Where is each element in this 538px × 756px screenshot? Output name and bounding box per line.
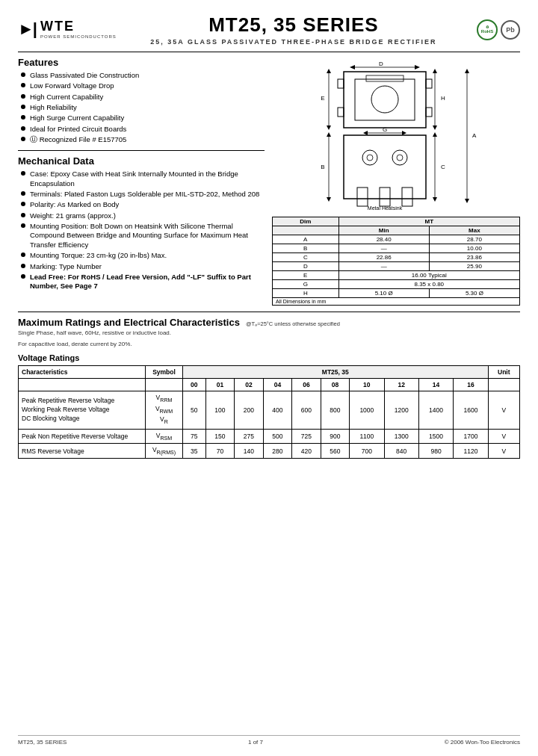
mechanical-list: Case: Epoxy Case with Heat Sink Internal… bbox=[18, 170, 265, 291]
svg-text:B: B bbox=[321, 164, 324, 170]
main-title: MT25, 35 SERIES bbox=[117, 13, 471, 37]
dim-row-d: D—25.90 bbox=[273, 262, 520, 271]
svg-rect-0 bbox=[344, 72, 426, 128]
section-divider-2 bbox=[18, 312, 520, 312]
svg-marker-13 bbox=[433, 69, 437, 73]
footer-right: © 2006 Won-Too Electronics bbox=[445, 739, 520, 746]
feature-item-5: High Surge Current Capability bbox=[21, 114, 265, 123]
svg-marker-22 bbox=[465, 199, 469, 203]
svg-rect-5 bbox=[338, 108, 344, 117]
page-footer: MT25, 35 SERIES 1 of 7 © 2006 Won-Too El… bbox=[18, 735, 520, 746]
mechanical-section: Mechanical Data Case: Epoxy Case with He… bbox=[18, 155, 265, 291]
bullet-icon bbox=[21, 252, 25, 257]
dim-row-b: B—10.00 bbox=[273, 244, 520, 253]
bullet-icon bbox=[21, 94, 25, 99]
char-header: Characteristics bbox=[19, 366, 146, 379]
min-header: Min bbox=[338, 226, 429, 235]
bullet-icon bbox=[21, 223, 25, 228]
svg-marker-18 bbox=[327, 126, 331, 130]
svg-text:D: D bbox=[379, 61, 383, 67]
bullet-icon bbox=[21, 137, 25, 141]
table-row: Peak Repetitive Reverse VoltageWorking P… bbox=[19, 391, 520, 430]
bullet-icon bbox=[21, 72, 25, 77]
bullet-icon bbox=[21, 191, 25, 196]
svg-point-28 bbox=[362, 150, 377, 165]
title-area: MT25, 35 SERIES 25, 35A GLASS PASSIVATED… bbox=[117, 13, 471, 46]
svg-marker-21 bbox=[465, 69, 469, 73]
logo-text: WTE POWER SEMICONDUCTORS bbox=[40, 19, 117, 39]
features-section: Features Glass Passivated Die Constructi… bbox=[18, 57, 520, 306]
feature-item-2: Low Forward Voltage Drop bbox=[21, 81, 265, 90]
bullet-icon bbox=[21, 115, 25, 120]
max-ratings-sub1: Single Phase, half wave, 60Hz, resistive… bbox=[18, 329, 520, 336]
ver-08: 08 bbox=[321, 379, 350, 391]
feature-item-4: High Reliability bbox=[21, 103, 265, 112]
voltage-ratings-title: Voltage Ratings bbox=[18, 353, 520, 362]
svg-marker-14 bbox=[433, 126, 437, 130]
features-right: D H E A bbox=[272, 57, 520, 306]
svg-text:Metal Heatsink: Metal Heatsink bbox=[368, 205, 403, 211]
dim-row-e: E16.00 Typical bbox=[273, 271, 520, 280]
ver-01: 01 bbox=[205, 379, 235, 391]
footer-left: MT25, 35 SERIES bbox=[18, 739, 67, 746]
dim-row-h: H5.10 Ø5.30 Ø bbox=[273, 289, 520, 298]
svg-text:C: C bbox=[441, 164, 445, 170]
bullet-icon bbox=[21, 274, 25, 279]
feature-item-6: Ideal for Printed Circuit Boards bbox=[21, 125, 265, 134]
feature-item-7: Ⓤ Recognized File # E157705 bbox=[21, 135, 265, 144]
svg-marker-17 bbox=[327, 69, 331, 73]
svg-rect-24 bbox=[344, 135, 426, 199]
table-row: Peak Non Repetitive Reverse Voltage VRSM… bbox=[19, 429, 520, 444]
svg-marker-41 bbox=[433, 132, 437, 137]
max-ratings-title: Maximum Ratings and Electrical Character… bbox=[18, 317, 240, 328]
max-ratings-header: Maximum Ratings and Electrical Character… bbox=[18, 317, 520, 328]
svg-text:G: G bbox=[383, 126, 387, 133]
svg-rect-25 bbox=[357, 188, 368, 206]
svg-marker-37 bbox=[327, 132, 331, 137]
bullet-icon bbox=[21, 105, 25, 109]
bullet-icon bbox=[21, 264, 25, 268]
bullet-icon bbox=[21, 171, 25, 176]
bullet-icon bbox=[21, 126, 25, 131]
mechanical-title: Mechanical Data bbox=[18, 155, 265, 167]
svg-rect-3 bbox=[366, 75, 404, 81]
mech-item-1: Case: Epoxy Case with Heat Sink Internal… bbox=[21, 170, 265, 188]
svg-rect-4 bbox=[338, 79, 344, 88]
footer-center: 1 of 7 bbox=[248, 739, 263, 746]
mech-item-8: Lead Free: For RoHS / Lead Free Version,… bbox=[21, 273, 265, 291]
mt-header: MT bbox=[338, 217, 519, 226]
svg-point-29 bbox=[367, 155, 373, 161]
dim-row-a: A28.4028.70 bbox=[273, 235, 520, 244]
page-header: ►| WTE POWER SEMICONDUCTORS MT25, 35 SER… bbox=[18, 13, 520, 46]
features-title: Features bbox=[18, 57, 265, 68]
dim-row-c: C22.8623.86 bbox=[273, 253, 520, 262]
voltage-ratings-table: Characteristics Symbol MT25, 35 Unit 00 … bbox=[18, 365, 520, 459]
mech-item-2: Terminals: Plated Faston Lugs Solderable… bbox=[21, 190, 265, 199]
mech-item-5: Mounting Position: Bolt Down on Heatsink… bbox=[21, 222, 265, 250]
svg-marker-33 bbox=[363, 131, 368, 135]
logo-wte: WTE bbox=[40, 19, 117, 34]
svg-marker-9 bbox=[350, 65, 355, 69]
max-ratings-note: @Tₐ=25°C unless otherwise specified bbox=[246, 320, 340, 327]
feature-item-3: High Current Capability bbox=[21, 93, 265, 102]
ver-04: 04 bbox=[263, 379, 292, 391]
dim-col-header: Dim bbox=[273, 217, 339, 226]
features-list: Glass Passivated Die Construction Low Fo… bbox=[18, 71, 265, 144]
dim-row-g: G8.35 x 0.80 bbox=[273, 280, 520, 289]
pb-badge: Pb bbox=[501, 20, 520, 40]
logo-sub: POWER SEMICONDUCTORS bbox=[40, 34, 117, 40]
bullet-icon bbox=[21, 213, 25, 217]
ver-06: 06 bbox=[292, 379, 321, 391]
mech-item-4: Weight: 21 grams (approx.) bbox=[21, 211, 265, 220]
svg-rect-6 bbox=[426, 79, 432, 88]
feature-item-1: Glass Passivated Die Construction bbox=[21, 71, 265, 80]
max-header: Max bbox=[429, 226, 519, 235]
svg-point-2 bbox=[371, 86, 398, 113]
svg-text:A: A bbox=[472, 132, 477, 139]
svg-rect-26 bbox=[380, 188, 390, 206]
mech-item-7: Marking: Type Number bbox=[21, 262, 265, 271]
ver-02: 02 bbox=[235, 379, 264, 391]
svg-text:E: E bbox=[321, 95, 324, 102]
ver-10: 10 bbox=[350, 379, 384, 391]
table-row: RMS Reverse Voltage VR(RMS) 35 70 140 28… bbox=[19, 444, 520, 459]
